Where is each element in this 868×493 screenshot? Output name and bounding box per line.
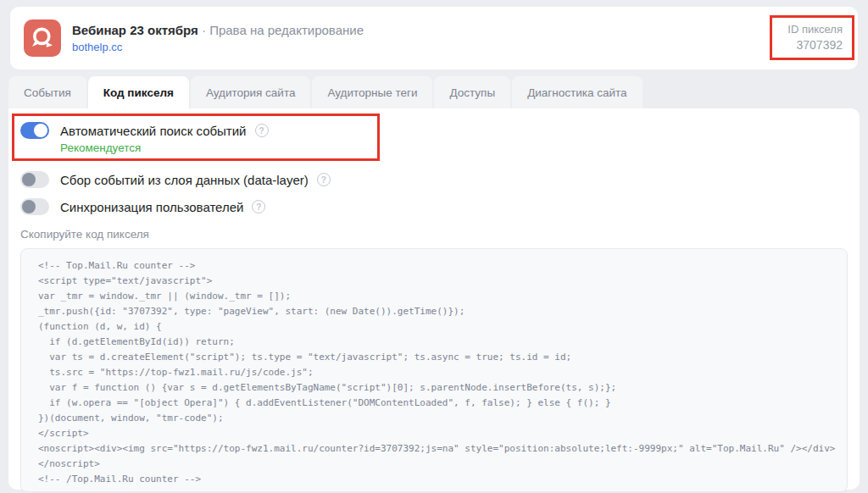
bothelp-logo-icon	[24, 19, 61, 57]
header-text: Вебинар 23 октября · Права на редактиров…	[72, 22, 364, 54]
toggle-knob	[22, 173, 36, 186]
code-line: </script>	[38, 426, 835, 441]
copy-pixel-code-label: Скопируйте код пикселя	[20, 228, 860, 241]
toggle-knob	[34, 124, 47, 137]
pixel-id-annotation-box: ID пикселя 3707392	[770, 15, 854, 60]
data-layer-row: Сбор событий из слоя данных (data-layer)…	[20, 171, 860, 188]
code-line: if (w.opera == "[object Opera]") { d.add…	[38, 396, 835, 411]
page-title: Вебинар 23 октября	[72, 23, 198, 37]
pixel-code-block[interactable]: <!-- Top.Mail.Ru counter --> <script typ…	[20, 248, 848, 492]
code-line: <noscript><div><img src="https://top-fwz…	[38, 441, 835, 457]
code-line: </noscript>	[38, 457, 835, 472]
auto-events-annotation-box: Автоматический поиск событий ? Рекоменду…	[12, 114, 380, 161]
user-sync-toggle[interactable]	[20, 198, 49, 215]
help-icon[interactable]: ?	[252, 200, 265, 213]
auto-events-row: Автоматический поиск событий ?	[20, 122, 377, 139]
code-line: <!-- /Top.Mail.Ru counter -->	[38, 472, 835, 487]
tab-accesses[interactable]: Доступы	[434, 76, 510, 108]
recommended-badge: Рекомендуется	[60, 141, 377, 154]
auto-events-toggle[interactable]	[20, 122, 49, 139]
user-sync-label: Синхронизация пользователей	[60, 200, 243, 214]
data-layer-toggle[interactable]	[20, 171, 49, 188]
tab-events[interactable]: События	[8, 76, 86, 108]
code-line: var ts = d.createElement("script"); ts.t…	[38, 350, 835, 365]
tab-bar: События Код пикселя Аудитория сайта Ауди…	[8, 76, 643, 108]
header-card: Вебинар 23 октября · Права на редактиров…	[10, 7, 858, 69]
code-line: ts.src = "https://top-fwz1.mail.ru/js/co…	[38, 365, 835, 380]
site-domain-link[interactable]: bothelp.cc	[72, 41, 364, 54]
tab-site-diagnostics[interactable]: Диагностика сайта	[512, 76, 642, 108]
code-line: if (d.getElementById(id)) return;	[38, 335, 835, 350]
tab-site-audience[interactable]: Аудитория сайта	[191, 76, 311, 108]
pixel-id-value: 3707392	[784, 37, 843, 53]
code-line: <!-- Top.Mail.Ru counter -->	[38, 258, 835, 274]
code-line: _tmr.push({id: "3707392", type: "pageVie…	[38, 304, 835, 319]
help-icon[interactable]: ?	[317, 173, 331, 186]
toggle-knob	[22, 200, 36, 213]
auto-events-label: Автоматический поиск событий	[60, 124, 247, 138]
pixel-code-panel: Автоматический поиск событий ? Рекоменду…	[8, 108, 860, 490]
tab-audience-tags[interactable]: Аудиторные теги	[312, 76, 432, 108]
title-separator: ·	[198, 23, 209, 37]
pixel-id-label: ID пикселя	[784, 22, 843, 36]
data-layer-label: Сбор событий из слоя данных (data-layer)	[60, 173, 309, 187]
user-sync-row: Синхронизация пользователей ?	[20, 198, 860, 215]
code-line: })(document, window, "tmr-code");	[38, 411, 835, 426]
access-rights-label: Права на редактирование	[209, 23, 364, 37]
code-line: <script type="text/javascript">	[38, 274, 835, 289]
code-line: var f = function () {var s = d.getElemen…	[38, 380, 835, 396]
help-icon[interactable]: ?	[255, 124, 269, 137]
code-line: (function (d, w, id) {	[38, 319, 835, 335]
tab-pixel-code[interactable]: Код пикселя	[88, 76, 189, 108]
code-line: var _tmr = window._tmr || (window._tmr =…	[38, 289, 835, 304]
